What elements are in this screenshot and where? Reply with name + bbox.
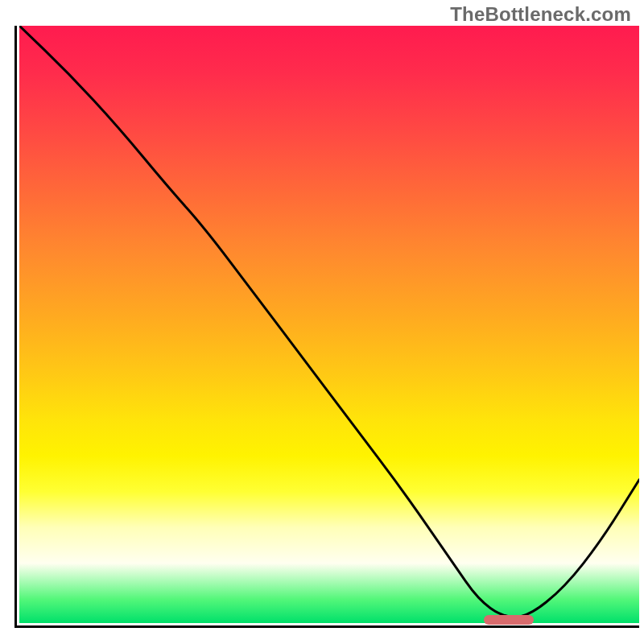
- plot-area: [14, 26, 639, 628]
- chart-container: TheBottleneck.com: [0, 0, 644, 644]
- bottleneck-curve: [19, 26, 639, 623]
- watermark-text: TheBottleneck.com: [450, 3, 631, 26]
- optimal-range-marker: [484, 615, 534, 625]
